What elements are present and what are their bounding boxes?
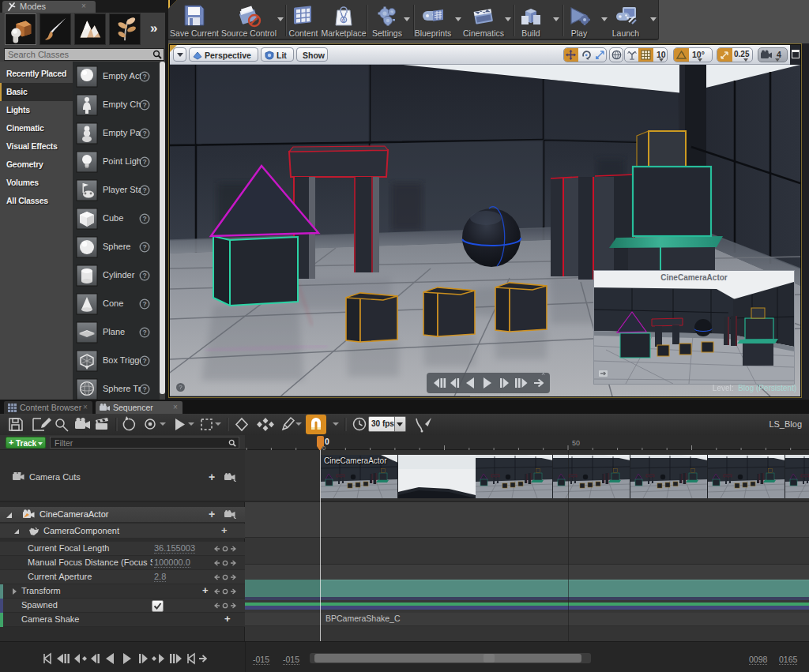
svg-text:?: ?	[142, 243, 146, 251]
svg-text:?: ?	[142, 130, 146, 137]
svg-text:?: ?	[142, 328, 146, 336]
svg-text:50: 50	[572, 439, 580, 447]
svg-text:?: ?	[142, 357, 146, 365]
svg-text:?: ?	[142, 300, 146, 308]
svg-text:u: u	[342, 17, 345, 23]
svg-text:?: ?	[142, 73, 146, 81]
svg-text:?: ?	[142, 272, 146, 280]
svg-text:?: ?	[142, 158, 146, 166]
svg-text:?: ?	[142, 385, 146, 393]
svg-text:?: ?	[142, 101, 146, 109]
svg-text:?: ?	[142, 186, 146, 194]
svg-text:?: ?	[142, 215, 146, 223]
